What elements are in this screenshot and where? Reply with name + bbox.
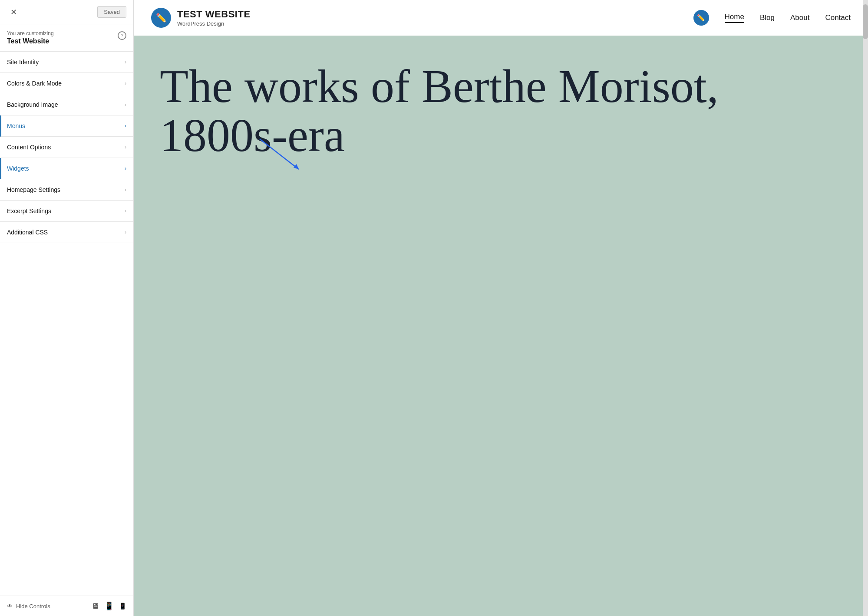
preview-header: ✏️ TEST WEBSITE WordPress Design ✏️ Home… bbox=[134, 0, 868, 36]
eye-icon: 👁 bbox=[7, 603, 13, 609]
site-tagline: WordPress Design bbox=[177, 20, 251, 27]
sidebar-item-additional-css[interactable]: Additional CSS› bbox=[0, 222, 133, 243]
site-logo-area: ✏️ TEST WEBSITE WordPress Design bbox=[151, 8, 251, 28]
nav-link-blog[interactable]: Blog bbox=[760, 13, 775, 22]
chevron-right-icon: › bbox=[125, 229, 126, 235]
sidebar-item-menus[interactable]: Menus› bbox=[0, 115, 133, 137]
sidebar-item-label: Widgets bbox=[7, 165, 29, 172]
preview-area: ✏️ TEST WEBSITE WordPress Design ✏️ Home… bbox=[134, 0, 868, 616]
sidebar-item-label: Excerpt Settings bbox=[7, 208, 51, 214]
nav-link-home[interactable]: Home bbox=[725, 13, 744, 23]
nav-link-about[interactable]: About bbox=[790, 13, 809, 22]
site-name: Test Website bbox=[7, 37, 54, 45]
close-button[interactable]: ✕ bbox=[7, 7, 20, 18]
sidebar-item-label: Menus bbox=[7, 122, 25, 129]
chevron-right-icon: › bbox=[125, 123, 126, 129]
chevron-right-icon: › bbox=[125, 187, 126, 193]
tablet-icon[interactable]: 📱 bbox=[104, 601, 114, 611]
customizing-label: You are customizing bbox=[7, 30, 54, 36]
chevron-right-icon: › bbox=[125, 80, 126, 86]
site-title: TEST WEBSITE bbox=[177, 9, 251, 20]
edit-nav-icon[interactable]: ✏️ bbox=[693, 10, 709, 26]
sidebar-header: ✕ Saved bbox=[0, 0, 133, 24]
nav-menu: ✏️ HomeBlogAboutContact bbox=[693, 10, 851, 26]
hero-text: The works of Berthe Morisot, 1800s-era bbox=[160, 62, 842, 160]
chevron-right-icon: › bbox=[125, 144, 126, 150]
preview-content: The works of Berthe Morisot, 1800s-era bbox=[134, 36, 868, 616]
desktop-icon[interactable]: 🖥 bbox=[91, 602, 99, 611]
sidebar-item-widgets[interactable]: Widgets› bbox=[0, 158, 133, 179]
site-title-area: TEST WEBSITE WordPress Design bbox=[177, 9, 251, 27]
sidebar-item-label: Additional CSS bbox=[7, 229, 48, 236]
sidebar-item-colors-dark-mode[interactable]: Colors & Dark Mode› bbox=[0, 73, 133, 94]
chevron-right-icon: › bbox=[125, 208, 126, 214]
chevron-right-icon: › bbox=[125, 165, 126, 171]
nav-items-list: Site Identity›Colors & Dark Mode›Backgro… bbox=[0, 52, 133, 596]
sidebar-item-excerpt-settings[interactable]: Excerpt Settings› bbox=[0, 201, 133, 222]
nav-link-contact[interactable]: Contact bbox=[825, 13, 851, 22]
customizing-section: You are customizing Test Website ? bbox=[0, 24, 133, 52]
chevron-right-icon: › bbox=[125, 59, 126, 65]
sidebar-item-label: Content Options bbox=[7, 144, 51, 151]
help-icon[interactable]: ? bbox=[118, 31, 126, 40]
logo-icon[interactable]: ✏️ bbox=[151, 8, 171, 28]
scrollbar[interactable] bbox=[863, 0, 868, 616]
mobile-icon[interactable]: 📱 bbox=[119, 603, 126, 609]
sidebar-item-content-options[interactable]: Content Options› bbox=[0, 137, 133, 158]
sidebar-item-label: Background Image bbox=[7, 101, 58, 108]
scrollbar-thumb bbox=[863, 4, 868, 39]
sidebar-item-background-image[interactable]: Background Image› bbox=[0, 94, 133, 115]
sidebar-item-label: Colors & Dark Mode bbox=[7, 80, 62, 87]
device-icons: 🖥 📱 📱 bbox=[91, 601, 126, 611]
hide-controls-button[interactable]: 👁 Hide Controls bbox=[7, 603, 50, 609]
sidebar-item-label: Site Identity bbox=[7, 59, 39, 66]
saved-button: Saved bbox=[97, 6, 126, 18]
sidebar: ✕ Saved You are customizing Test Website… bbox=[0, 0, 134, 616]
sidebar-item-label: Homepage Settings bbox=[7, 186, 60, 193]
sidebar-item-homepage-settings[interactable]: Homepage Settings› bbox=[0, 179, 133, 201]
hide-controls-label: Hide Controls bbox=[16, 603, 50, 609]
sidebar-item-site-identity[interactable]: Site Identity› bbox=[0, 52, 133, 73]
sidebar-footer: 👁 Hide Controls 🖥 📱 📱 bbox=[0, 596, 133, 616]
chevron-right-icon: › bbox=[125, 102, 126, 108]
